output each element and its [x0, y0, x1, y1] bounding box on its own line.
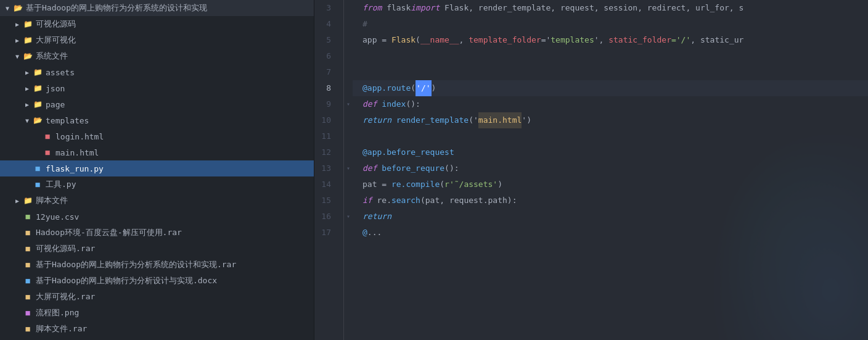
- tree-item-file-login[interactable]: ■login.html: [0, 128, 314, 144]
- tree-item-file-viz-src[interactable]: ■可视化源码.rar: [0, 241, 314, 257]
- fold-marker-11: [344, 128, 353, 144]
- code-line-12: @app.before_request: [353, 144, 868, 160]
- tree-item-file-12yue[interactable]: ■12yue.csv: [0, 209, 314, 225]
- tree-arrow: [22, 85, 32, 92]
- fold-marker-9: ▾: [344, 96, 353, 112]
- line-number-5: 5: [314, 32, 336, 48]
- tree-item-label: 基于Hadoop的网上购物行为分析系统的设计和实现.rar: [36, 259, 309, 270]
- line-number-9: 9: [314, 96, 336, 112]
- tree-item-file-tools[interactable]: ■工具.py: [0, 176, 314, 193]
- folder-icon: 📂: [12, 2, 23, 14]
- fold-marker-6: [344, 48, 353, 64]
- tree-item-file-hadoop-env[interactable]: ■Hadoop环境-百度云盘-解压可使用.rar: [0, 225, 314, 241]
- file-tree[interactable]: 📂基于Hadoop的网上购物行为分析系统的设计和实现📁可视化源码📁大屏可视化📂系…: [0, 0, 314, 340]
- fold-marker-7: [344, 64, 353, 80]
- tree-item-label: 大屏可视化: [36, 35, 309, 46]
- tree-item-label: Hadoop环境-百度云盘-解压可使用.rar: [36, 227, 309, 238]
- fold-marker-12: [344, 144, 353, 160]
- folder-icon: 📁: [22, 195, 33, 206]
- code-line-4: #: [353, 16, 868, 32]
- tree-item-folder-assets[interactable]: 📁assets: [0, 64, 314, 80]
- code-line-8: @app.route('/'): [353, 80, 868, 96]
- tree-item-label: 基于Hadoop的网上购物行为分析设计与实现.docx: [36, 275, 309, 286]
- file-rar-icon: ■: [22, 323, 33, 334]
- tree-item-label: main.html: [55, 148, 309, 157]
- tree-item-label: 基于Hadoop的网上购物行为分析系统的设计和实现: [26, 2, 309, 14]
- folder-icon: 📁: [22, 19, 33, 30]
- code-line-16: return: [353, 209, 868, 225]
- code-line-9: def index():: [353, 96, 868, 112]
- line-number-10: 10: [314, 112, 336, 128]
- line-numbers: 34567891011121314151617: [314, 0, 344, 340]
- tree-item-file-main[interactable]: ■main.html: [0, 144, 314, 160]
- file-docx-icon: ■: [22, 275, 33, 286]
- code-line-10: return render_template('main.html'): [353, 112, 868, 128]
- tree-item-folder-scripts[interactable]: 📁脚本文件: [0, 193, 314, 209]
- tree-item-file-design-analysis[interactable]: ■基于Hadoop的网上购物行为分析设计与实现.docx: [0, 273, 314, 289]
- tree-item-root-project[interactable]: 📂基于Hadoop的网上购物行为分析系统的设计和实现: [0, 0, 314, 16]
- code-line-3: from flask import Flask, render_template…: [353, 0, 868, 16]
- tree-item-file-flowchart[interactable]: ■流程图.png: [0, 305, 314, 321]
- tree-item-folder-viz-src[interactable]: 📁可视化源码: [0, 16, 314, 32]
- fold-marker-14: [344, 176, 353, 193]
- tree-item-label: 流程图.png: [36, 307, 309, 318]
- tree-arrow: [12, 21, 22, 28]
- tree-item-file-flask-run[interactable]: ■flask_run.py: [0, 160, 314, 176]
- tree-item-file-design-impl[interactable]: ■基于Hadoop的网上购物行为分析系统的设计和实现.rar: [0, 257, 314, 273]
- line-number-16: 16: [314, 209, 336, 225]
- tree-item-label: 系统文件: [36, 51, 309, 62]
- tree-item-label: login.html: [55, 132, 309, 141]
- tree-item-label: 大屏可视化.rar: [36, 291, 309, 302]
- fold-marker-10: [344, 112, 353, 128]
- tree-arrow: [12, 53, 22, 60]
- tree-item-folder-json[interactable]: 📁json: [0, 80, 314, 96]
- tree-arrow: [12, 197, 22, 204]
- code-line-14: pat = re.compile(r'˜/assets'): [353, 176, 868, 193]
- line-number-14: 14: [314, 176, 336, 193]
- fold-marker-4: [344, 16, 353, 32]
- file-rar-icon: ■: [22, 259, 33, 270]
- tree-item-file-bigscreen-rar[interactable]: ■大屏可视化.rar: [0, 289, 314, 305]
- tree-item-label: 可视化源码.rar: [36, 243, 309, 254]
- line-number-7: 7: [314, 64, 336, 80]
- folder-icon: 📁: [32, 99, 43, 110]
- folder-icon: 📁: [22, 35, 33, 46]
- tree-item-folder-templates[interactable]: 📂templates: [0, 112, 314, 128]
- tree-item-folder-system[interactable]: 📂系统文件: [0, 48, 314, 64]
- fold-marker-3: [344, 0, 353, 16]
- folder-icon: 📁: [32, 83, 43, 94]
- line-number-11: 11: [314, 128, 336, 144]
- line-number-4: 4: [314, 16, 336, 32]
- tree-item-file-thesis-png[interactable]: ■论文.png: [0, 337, 314, 340]
- code-area: from flask import Flask, render_template…: [353, 0, 868, 340]
- tree-item-label: templates: [46, 116, 309, 125]
- line-number-15: 15: [314, 193, 336, 209]
- tree-arrow: [2, 5, 12, 12]
- tree-item-label: 脚本文件: [36, 195, 309, 206]
- fold-marker-15: [344, 193, 353, 209]
- file-rar-icon: ■: [22, 227, 33, 238]
- tree-item-label: assets: [46, 68, 309, 77]
- file-rar-icon: ■: [22, 243, 33, 254]
- tree-arrow: [22, 69, 32, 76]
- tree-item-label: 可视化源码: [36, 19, 309, 30]
- code-line-5: app = Flask(__name__, template_folder='t…: [353, 32, 868, 48]
- tree-item-folder-page[interactable]: 📁page: [0, 96, 314, 112]
- code-line-6: [353, 48, 868, 64]
- code-editor: 34567891011121314151617 ▾▾▾ from flask i…: [314, 0, 868, 340]
- code-line-7: [353, 64, 868, 80]
- code-line-11: [353, 128, 868, 144]
- line-number-8: 8: [314, 80, 336, 96]
- file-html-icon: ■: [42, 147, 53, 158]
- tree-item-file-scripts-rar[interactable]: ■脚本文件.rar: [0, 321, 314, 337]
- tree-arrow: [22, 101, 32, 108]
- tree-item-label: 工具.py: [46, 179, 309, 190]
- file-py-icon: ■: [32, 163, 43, 174]
- line-number-13: 13: [314, 160, 336, 176]
- code-line-15: if re.search(pat, request.path):: [353, 193, 868, 209]
- tree-item-label: 12yue.csv: [36, 212, 309, 222]
- tree-item-label: page: [46, 100, 309, 109]
- tree-item-folder-bigscreen[interactable]: 📁大屏可视化: [0, 32, 314, 48]
- tree-arrow: [22, 117, 32, 124]
- tree-arrow: [12, 37, 22, 44]
